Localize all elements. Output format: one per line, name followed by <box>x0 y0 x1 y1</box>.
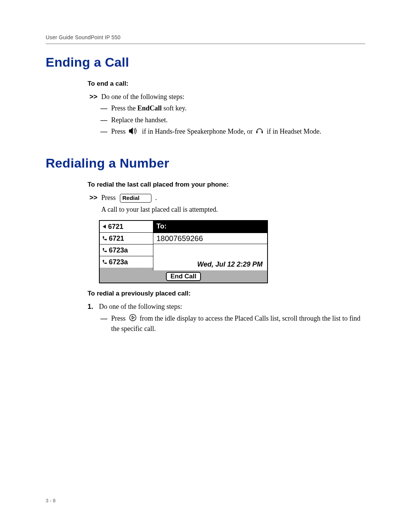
redial-keycap: Redial <box>120 194 151 203</box>
line-key-4-label: 6723a <box>109 257 128 267</box>
phone-screen-line-keys: 6721 6721 6723a <box>100 221 153 270</box>
dash-marker: — <box>100 127 107 136</box>
redialing-content: To redial the last call placed from your… <box>88 181 365 333</box>
dialed-number: 18007659266 <box>153 233 267 244</box>
svg-marker-4 <box>103 225 106 228</box>
line-key-1-label: 6721 <box>108 222 123 231</box>
ending-call-content: To end a call: >> Do one of the followin… <box>88 80 365 137</box>
redial-prev-pre: Press <box>111 315 127 322</box>
phone-icon <box>102 248 107 253</box>
line-key-4: 6723a <box>100 256 153 268</box>
section-heading-redialing: Redialing a Number <box>46 156 365 171</box>
opt3-post: if in Headset Mode. <box>267 128 321 135</box>
header-divider <box>46 43 365 44</box>
redial-press-pre: Press <box>101 194 118 201</box>
opt1-post: soft key. <box>162 104 186 112</box>
redial-prev-post: from the idle display to access the Plac… <box>111 315 360 332</box>
svg-rect-0 <box>129 129 131 133</box>
subhead-redial-last: To redial the last call placed from your… <box>88 181 365 189</box>
page-number: 3 - 8 <box>46 498 56 503</box>
phone-screen-main: To: 18007659266 Wed, Jul 12 2:29 PM <box>153 221 267 270</box>
end-call-option-2: — Replace the handset. <box>100 115 365 125</box>
step-marker: >> <box>88 193 97 202</box>
softkey-end-call: End Call <box>166 272 201 281</box>
opt3-pre: Press <box>111 128 127 135</box>
line-key-3: 6723a <box>100 244 153 256</box>
line-key-3-label: 6723a <box>109 246 128 255</box>
svg-rect-2 <box>256 131 258 133</box>
line-key-2: 6721 <box>100 233 153 244</box>
line-key-2-label: 6721 <box>109 234 124 243</box>
headset-icon <box>256 128 263 137</box>
step-number: 1. <box>88 302 95 311</box>
phone-screen-datetime: Wed, Jul 12 2:29 PM <box>153 260 267 270</box>
svg-point-5 <box>129 315 136 321</box>
subhead-end-a-call: To end a call: <box>88 80 365 88</box>
section-heading-ending-call: Ending a Call <box>46 55 365 70</box>
end-call-option-3: — Press if in Hands-free Speakerphone Mo… <box>100 127 365 137</box>
redial-prev-option-1: — Press from the idle display to access … <box>100 314 365 333</box>
opt1-pre: Press the <box>111 104 137 112</box>
svg-marker-1 <box>131 128 133 134</box>
running-head: User Guide SoundPoint IP 550 <box>46 34 365 40</box>
step-redial-prev-1-text: Do one of the following steps: <box>99 302 182 311</box>
speakerphone-icon <box>129 128 139 137</box>
step-marker: >> <box>88 92 97 101</box>
dash-marker: — <box>100 314 107 323</box>
step-end-call: >> Do one of the following steps: <box>88 92 365 101</box>
redial-press-post: . <box>155 194 157 201</box>
active-line-icon <box>102 224 107 229</box>
dash-marker: — <box>100 104 107 113</box>
svg-rect-3 <box>262 131 263 133</box>
subhead-redial-previous: To redial a previously placed call: <box>88 289 365 298</box>
redial-result-text: A call to your last placed call is attem… <box>101 205 218 214</box>
dash-marker: — <box>100 115 107 125</box>
phone-icon <box>102 236 107 241</box>
step-text: Do one of the following steps: <box>101 92 184 101</box>
phone-screen-softkey-bar: End Call <box>100 270 267 283</box>
page: User Guide SoundPoint IP 550 Ending a Ca… <box>0 0 411 532</box>
step-redial-last: >> Press Redial . A call to your last pl… <box>88 193 365 214</box>
endcall-softkey-name: EndCall <box>137 104 162 112</box>
phone-screen: 6721 6721 6723a <box>99 220 365 283</box>
phone-screen-title: To: <box>153 221 267 233</box>
phone-icon <box>102 259 107 265</box>
right-arrow-key-icon <box>129 314 137 324</box>
opt3-mid: if in Hands-free Speakerphone Mode, or <box>142 128 254 135</box>
step-redial-prev-1: 1. Do one of the following steps: <box>88 302 365 311</box>
end-call-option-1: — Press the EndCall soft key. <box>100 104 365 113</box>
svg-marker-6 <box>132 316 134 319</box>
opt2-text: Replace the handset. <box>111 115 365 125</box>
line-key-1: 6721 <box>100 221 153 233</box>
